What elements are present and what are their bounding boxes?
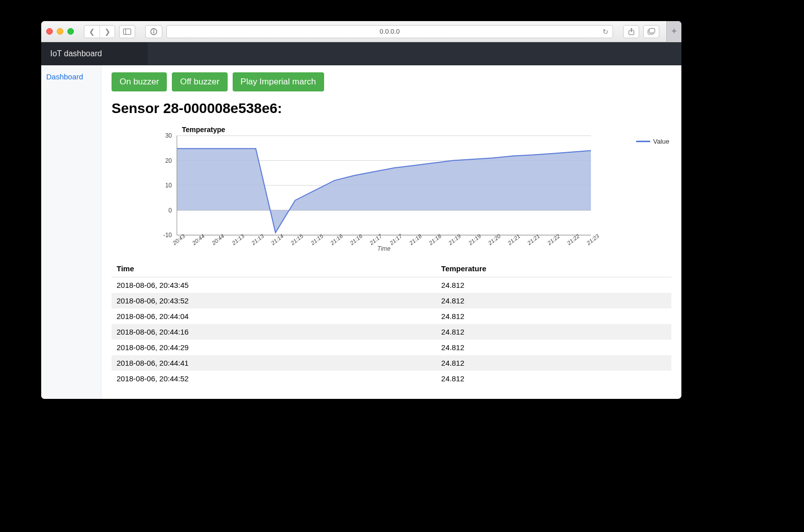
- table-row: 2018-08-06, 20:44:5224.812: [112, 371, 671, 386]
- cell-time: 2018-08-06, 20:44:41: [112, 355, 436, 371]
- x-tick: 21:19: [467, 233, 482, 246]
- svg-rect-8: [649, 29, 655, 33]
- table-row: 2018-08-06, 20:44:4124.812: [112, 355, 671, 371]
- x-tick: 21:18: [428, 233, 442, 246]
- cell-time: 2018-08-06, 20:43:52: [112, 293, 436, 308]
- table-row: 2018-08-06, 20:44:0424.812: [112, 308, 671, 324]
- x-axis: Time 20:4320:4420:4421:1321:1321:1421:15…: [177, 234, 591, 250]
- table-body: 2018-08-06, 20:43:4524.8122018-08-06, 20…: [112, 277, 671, 387]
- nav-back-forward: ❮ ❯: [84, 25, 115, 38]
- x-tick: 21:23: [585, 233, 600, 246]
- x-tick: 21:13: [231, 233, 245, 246]
- y-tick: 30: [152, 132, 172, 139]
- x-tick: 21:15: [310, 233, 324, 246]
- cell-temperature: 24.812: [436, 277, 671, 293]
- x-tick: 21:22: [546, 233, 561, 246]
- tabs-button[interactable]: [643, 25, 659, 38]
- col-header-temperature: Temperature: [436, 260, 671, 277]
- y-tick: 0: [152, 207, 172, 214]
- cell-temperature: 24.812: [436, 293, 671, 308]
- app-title: IoT dashboard: [50, 49, 102, 58]
- close-icon[interactable]: [46, 28, 53, 35]
- app-header: IoT dashboard: [41, 42, 681, 65]
- legend-swatch: [636, 141, 650, 142]
- sidebar-toggle-button[interactable]: [119, 25, 135, 38]
- chart-legend: Value: [636, 138, 669, 145]
- svg-rect-4: [153, 31, 154, 34]
- address-area: 0.0.0.0 ↻: [145, 25, 613, 38]
- x-tick: 20:44: [191, 233, 206, 246]
- cell-temperature: 24.812: [436, 340, 671, 355]
- x-tick: 21:21: [507, 233, 521, 246]
- x-tick: 21:16: [329, 233, 344, 246]
- x-tick: 21:16: [349, 233, 363, 246]
- site-info-button[interactable]: [145, 25, 162, 38]
- on-buzzer-button[interactable]: On buzzer: [112, 72, 167, 91]
- svg-rect-0: [124, 29, 131, 34]
- cell-temperature: 24.812: [436, 371, 671, 386]
- y-tick: -10: [152, 232, 172, 239]
- address-bar[interactable]: 0.0.0.0 ↻: [166, 25, 613, 38]
- x-axis-label: Time: [377, 245, 391, 252]
- y-tick: 10: [152, 182, 172, 189]
- x-tick: 20:43: [171, 233, 186, 246]
- x-tick: 21:15: [290, 233, 305, 246]
- share-button[interactable]: [623, 25, 639, 38]
- cell-time: 2018-08-06, 20:44:29: [112, 340, 436, 355]
- x-tick: 21:17: [388, 233, 403, 246]
- back-button[interactable]: ❮: [84, 26, 99, 38]
- browser-titlebar: ❮ ❯ 0.0.0.0 ↻ +: [41, 21, 681, 42]
- x-tick: 20:44: [211, 233, 226, 246]
- fullscreen-icon[interactable]: [67, 28, 74, 35]
- x-tick: 21:14: [270, 233, 284, 246]
- sidebar: Dashboard: [41, 65, 102, 399]
- address-text: 0.0.0.0: [380, 28, 400, 35]
- readings-table: Time Temperature 2018-08-06, 20:43:4524.…: [112, 260, 671, 386]
- cell-temperature: 24.812: [436, 308, 671, 324]
- action-buttons: On buzzer Off buzzer Play Imperial march: [112, 72, 671, 91]
- reload-icon[interactable]: ↻: [602, 28, 609, 36]
- temperature-chart: Temperatype -100102030 Time 20:4320:4420…: [112, 125, 671, 255]
- svg-point-3: [153, 30, 154, 31]
- minimize-icon[interactable]: [57, 28, 63, 35]
- y-tick: 20: [152, 157, 172, 164]
- content-row: Dashboard On buzzer Off buzzer Play Impe…: [41, 65, 681, 399]
- table-row: 2018-08-06, 20:43:4524.812: [112, 277, 671, 293]
- new-tab-button[interactable]: +: [666, 21, 681, 42]
- chart-title: Temperatype: [182, 126, 225, 134]
- forward-button[interactable]: ❯: [99, 26, 115, 38]
- cell-time: 2018-08-06, 20:44:04: [112, 308, 436, 324]
- x-tick: 21:19: [447, 233, 462, 246]
- browser-window: ❮ ❯ 0.0.0.0 ↻ + IoT dashboard: [41, 21, 681, 399]
- x-tick: 21:21: [526, 233, 541, 246]
- cell-temperature: 24.812: [436, 324, 671, 340]
- table-row: 2018-08-06, 20:44:1624.812: [112, 324, 671, 340]
- x-tick: 21:17: [369, 233, 383, 246]
- cell-time: 2018-08-06, 20:44:16: [112, 324, 436, 340]
- legend-label: Value: [653, 138, 669, 145]
- col-header-time: Time: [112, 260, 436, 277]
- cell-temperature: 24.812: [436, 355, 671, 371]
- cell-time: 2018-08-06, 20:43:45: [112, 277, 436, 293]
- app-brand[interactable]: IoT dashboard: [41, 42, 148, 65]
- sidebar-item-dashboard[interactable]: Dashboard: [46, 72, 83, 81]
- window-controls: [46, 28, 74, 35]
- table-row: 2018-08-06, 20:44:2924.812: [112, 340, 671, 355]
- chart-plot-area: [177, 136, 591, 235]
- right-toolbar: [623, 25, 659, 38]
- play-imperial-march-button[interactable]: Play Imperial march: [233, 72, 324, 91]
- x-tick: 21:22: [566, 233, 580, 246]
- x-tick: 21:13: [250, 233, 265, 246]
- x-tick: 21:20: [487, 233, 501, 246]
- sensor-title: Sensor 28-000008e538e6:: [112, 100, 671, 117]
- table-header-row: Time Temperature: [112, 260, 671, 277]
- main-content: On buzzer Off buzzer Play Imperial march…: [102, 65, 681, 399]
- off-buzzer-button[interactable]: Off buzzer: [172, 72, 227, 91]
- cell-time: 2018-08-06, 20:44:52: [112, 371, 436, 386]
- table-row: 2018-08-06, 20:43:5224.812: [112, 293, 671, 308]
- y-axis: -100102030: [152, 136, 172, 235]
- x-tick: 21:18: [408, 233, 423, 246]
